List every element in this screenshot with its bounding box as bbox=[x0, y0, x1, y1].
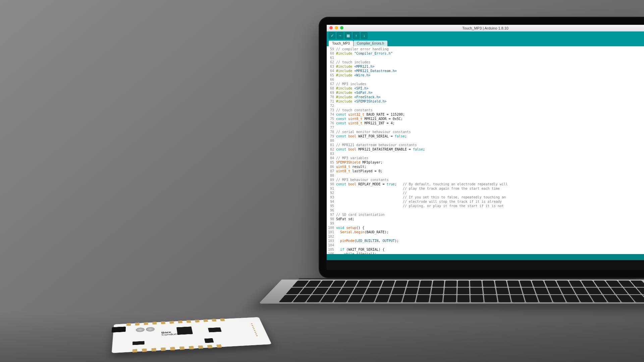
keycap bbox=[495, 281, 507, 287]
capacitor-icon bbox=[136, 327, 145, 332]
new-button[interactable]: ▦ bbox=[345, 32, 352, 39]
keycap bbox=[458, 288, 470, 294]
keycap bbox=[458, 281, 469, 287]
keycap bbox=[496, 288, 509, 294]
keycap bbox=[381, 281, 395, 287]
keycap bbox=[547, 288, 562, 294]
keycap bbox=[444, 288, 457, 294]
keycap bbox=[522, 288, 536, 294]
tab-bar: Touch_MP3 Compiler_Errors.h bbox=[327, 40, 644, 46]
bare-conductive-touch-board: Bare Conductive bbox=[112, 317, 272, 353]
console-output bbox=[327, 260, 644, 270]
arrow-right-icon: → bbox=[338, 34, 342, 38]
keycap bbox=[497, 295, 511, 302]
keycap bbox=[432, 281, 444, 287]
code-editor[interactable]: 59 60 61 62 63 64 65 66 67 68 69 70 71 7… bbox=[327, 46, 644, 254]
keycap bbox=[443, 295, 456, 302]
keycap bbox=[520, 281, 533, 287]
keycap bbox=[352, 288, 367, 294]
pcb-body: Bare Conductive bbox=[112, 317, 272, 353]
chip-icon bbox=[208, 327, 222, 333]
window-title: Touch_MP3 | Arduino 1.8.10 bbox=[462, 26, 508, 30]
keycap bbox=[483, 288, 496, 294]
keycap bbox=[471, 295, 483, 302]
keycap bbox=[391, 288, 406, 294]
close-icon[interactable] bbox=[329, 26, 333, 29]
arrow-up-icon: ↑ bbox=[355, 34, 357, 38]
keycap bbox=[365, 288, 380, 294]
arrow-down-icon: ↓ bbox=[363, 34, 365, 38]
keycap bbox=[511, 295, 525, 302]
keycap bbox=[356, 281, 371, 287]
keycap bbox=[445, 281, 457, 287]
keycap bbox=[378, 288, 392, 294]
message-area bbox=[327, 254, 644, 260]
check-icon: ✓ bbox=[331, 34, 334, 38]
keycap bbox=[470, 288, 483, 294]
chip-icon bbox=[204, 338, 214, 343]
tab-compiler-errors[interactable]: Compiler_Errors.h bbox=[354, 41, 387, 46]
save-button[interactable]: ↓ bbox=[361, 32, 368, 39]
file-new-icon: ▦ bbox=[346, 34, 350, 38]
keycap bbox=[347, 295, 364, 302]
keycap bbox=[544, 281, 558, 287]
keycap bbox=[431, 288, 444, 294]
line-number-gutter: 59 60 61 62 63 64 65 66 67 68 69 70 71 7… bbox=[327, 46, 336, 254]
keycap bbox=[416, 295, 430, 302]
window-title-bar: Touch_MP3 | Arduino 1.8.10 bbox=[327, 25, 644, 32]
keycap bbox=[375, 295, 390, 302]
ide-toolbar: ✓ → ▦ ↑ ↓ bbox=[327, 32, 644, 40]
keycap bbox=[419, 281, 432, 287]
laptop-bezel: Touch_MP3 | Arduino 1.8.10 ✓ → ▦ ↑ ↓ Tou… bbox=[319, 17, 644, 278]
chip-icon bbox=[132, 341, 145, 345]
keycap bbox=[537, 295, 552, 302]
keycap bbox=[407, 281, 420, 287]
laptop-keyboard bbox=[259, 280, 644, 304]
keycap bbox=[430, 295, 443, 302]
keycap bbox=[532, 281, 546, 287]
keycap bbox=[405, 288, 418, 294]
keycap bbox=[484, 295, 497, 302]
laptop: Touch_MP3 | Arduino 1.8.10 ✓ → ▦ ↑ ↓ Tou… bbox=[319, 17, 644, 362]
laptop-screen: Touch_MP3 | Arduino 1.8.10 ✓ → ▦ ↑ ↓ Tou… bbox=[327, 25, 644, 270]
keycap bbox=[509, 288, 523, 294]
code-body[interactable]: // compiler error handling #include "Com… bbox=[336, 46, 508, 254]
keycap bbox=[550, 295, 566, 302]
keycap bbox=[388, 295, 403, 302]
minimize-icon[interactable] bbox=[335, 26, 338, 29]
keycap bbox=[369, 281, 383, 287]
keycap bbox=[524, 295, 538, 302]
keycap bbox=[470, 281, 482, 287]
keycap bbox=[507, 281, 520, 287]
capacitor-icon bbox=[146, 327, 155, 331]
keycap bbox=[394, 281, 408, 287]
tab-touch-mp3[interactable]: Touch_MP3 bbox=[329, 41, 353, 46]
keycap bbox=[556, 281, 571, 287]
keycap bbox=[402, 295, 417, 302]
open-button[interactable]: ↑ bbox=[353, 32, 360, 39]
keycap bbox=[482, 281, 495, 287]
keycap bbox=[361, 295, 377, 302]
zoom-icon[interactable] bbox=[340, 26, 343, 29]
keycap bbox=[534, 288, 549, 294]
upload-button[interactable]: → bbox=[337, 32, 343, 39]
audio-jack-icon bbox=[112, 326, 126, 333]
verify-button[interactable]: ✓ bbox=[329, 32, 335, 39]
board-brand-label: Bare Conductive bbox=[161, 330, 184, 336]
keycap bbox=[457, 295, 470, 302]
keycap bbox=[418, 288, 431, 294]
